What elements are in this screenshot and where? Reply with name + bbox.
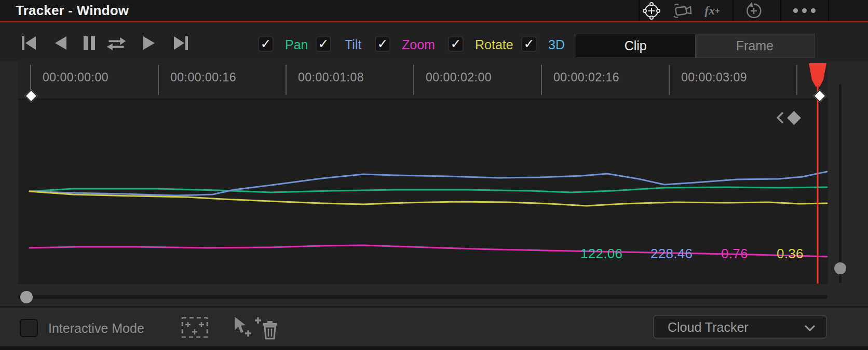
interactive-mode-checkbox[interactable] [20, 319, 38, 337]
3d-checkbox[interactable]: ✓ [521, 36, 537, 52]
check-icon: ✓ [261, 37, 272, 50]
zoom-label: Zoom [402, 37, 435, 52]
titlebar-separator [733, 0, 734, 21]
titlebar-separator [828, 0, 829, 21]
horizontal-scrollbar-handle[interactable] [20, 291, 33, 303]
titlebar-separator [639, 0, 640, 21]
vertical-scrollbar-handle[interactable] [834, 262, 846, 274]
tracker-value-rotate: 0.36 [777, 246, 804, 262]
tab-frame[interactable]: Frame [695, 34, 815, 58]
check-icon: ✓ [524, 37, 535, 50]
pan-checkbox[interactable]: ✓ [258, 36, 274, 52]
window-title: Tracker - Window [16, 0, 129, 21]
timecode-label: 00:00:03:09 [681, 71, 747, 85]
delete-tracker-icon[interactable] [253, 316, 279, 342]
previous-keyframe-icon[interactable] [776, 111, 784, 124]
window-tracker-icon[interactable] [640, 1, 663, 20]
ruler-tick [541, 65, 542, 95]
analysis-mode-tabs: Clip Frame [576, 34, 815, 58]
footer-bar: Interactive Mode Cloud Tracker [0, 307, 868, 346]
check-icon: ✓ [318, 37, 329, 50]
tracker-graph[interactable] [18, 100, 828, 284]
tilt-label: Tilt [345, 37, 361, 52]
tracker-type-value: Cloud Tracker [668, 320, 749, 335]
rotate-checkbox[interactable]: ✓ [448, 36, 464, 52]
timecode-label: 00:00:00:16 [170, 71, 236, 85]
tilt-checkbox[interactable]: ✓ [316, 36, 331, 52]
tab-clip[interactable]: Clip [576, 34, 695, 58]
tracker-value-zoom: 0.76 [721, 246, 748, 262]
skip-to-end-button[interactable] [170, 34, 191, 52]
ruler-tick [796, 65, 797, 95]
tracker-value-pan: 122.06 [580, 246, 622, 262]
tracker-value-tilt: 228.46 [650, 246, 693, 262]
check-icon: ✓ [451, 37, 462, 50]
play-forward-button[interactable] [139, 34, 160, 52]
insert-tracker-icon[interactable] [181, 316, 209, 341]
timecode-label: 00:00:00:00 [43, 71, 108, 85]
fx-plus-icon[interactable]: fx+ [701, 1, 724, 20]
loop-button[interactable] [106, 34, 127, 52]
timecode-label: 00:00:02:00 [426, 71, 492, 85]
window-bottom-edge [0, 346, 868, 350]
interactive-mode-label: Interactive Mode [48, 321, 144, 336]
titlebar-separator [780, 0, 781, 21]
zoom-checkbox[interactable]: ✓ [375, 36, 390, 52]
reset-icon[interactable] [742, 1, 765, 20]
pan-label: Pan [285, 37, 308, 52]
ruler-tick [158, 65, 159, 95]
stabilizer-3d-icon[interactable] [672, 1, 695, 20]
vertical-scrollbar-track[interactable] [839, 84, 842, 283]
keyframe-diamond-icon[interactable] [787, 111, 801, 125]
chevron-down-icon [804, 325, 816, 331]
ruler-tick [413, 65, 414, 95]
rotate-label: Rotate [475, 37, 513, 52]
ruler-tick [669, 65, 670, 95]
titlebar: Tracker - Window fx+ [0, 0, 868, 21]
check-icon: ✓ [377, 37, 388, 50]
move-tracker-icon[interactable] [232, 316, 253, 341]
horizontal-scrollbar-track[interactable] [18, 295, 828, 299]
timecode-label: 00:00:02:16 [553, 71, 619, 85]
options-menu-icon[interactable] [793, 1, 816, 20]
play-backward-button[interactable] [50, 34, 71, 52]
tracker-type-dropdown[interactable]: Cloud Tracker [653, 315, 827, 339]
pause-button[interactable] [79, 34, 100, 52]
skip-to-start-button[interactable] [19, 34, 39, 52]
3d-label: 3D [548, 37, 565, 52]
timecode-label: 00:00:01:08 [298, 71, 364, 85]
transport-toolbar: ✓Pan✓Tilt✓Zoom✓Rotate✓3D Clip Frame [0, 22, 868, 61]
ruler-tick [286, 65, 287, 95]
